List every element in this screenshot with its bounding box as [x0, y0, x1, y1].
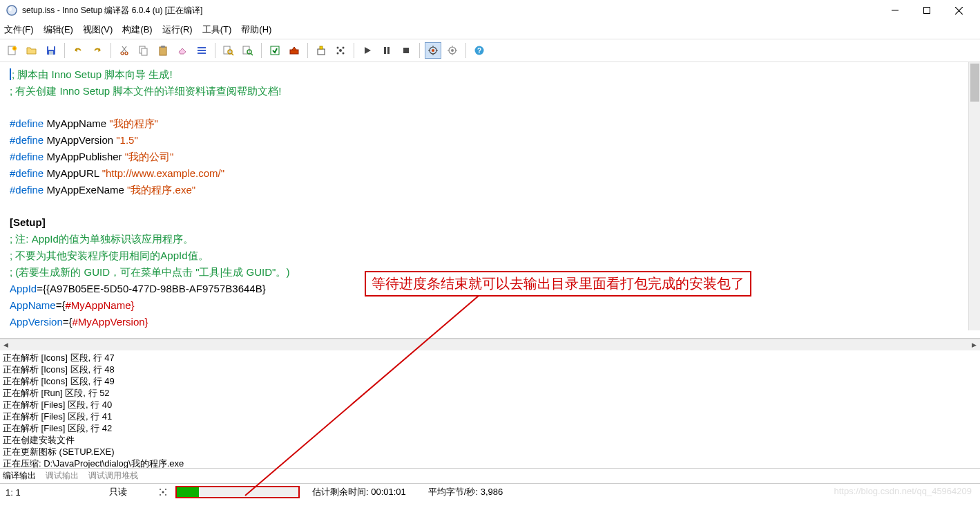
progress-fill: [177, 487, 199, 497]
new-icon[interactable]: [4, 42, 21, 59]
minimize-button[interactable]: [879, 0, 911, 21]
copy-icon[interactable]: [135, 42, 152, 59]
output-line: 正在解析 [Files] 区段, 行 41: [3, 411, 977, 422]
directive: #define: [10, 134, 44, 146]
toolbar-separator: [64, 43, 65, 58]
value: ={{A97B05EE-5D50-477D-98BB-AF9757B3644B}: [37, 283, 266, 294]
toolbar-separator: [419, 43, 420, 58]
identifier: MyAppPublisher: [44, 151, 125, 162]
output-line: 正在压缩: D:\JavaProject\dialog\我的程序.exe: [3, 458, 977, 468]
close-button[interactable]: [943, 0, 974, 21]
pause-icon[interactable]: [378, 42, 395, 59]
find-icon[interactable]: [220, 42, 237, 59]
svg-rect-31: [320, 46, 323, 49]
toolbar-separator: [354, 43, 354, 58]
tab-debug-output[interactable]: 调试输出: [46, 470, 79, 482]
stop-icon[interactable]: [398, 42, 414, 59]
svg-rect-18: [161, 46, 165, 48]
svg-line-24: [231, 53, 233, 55]
avg-bytes-per-sec: 平均字节/秒: 3,986: [428, 486, 503, 498]
svg-rect-38: [387, 47, 390, 54]
window-controls: [879, 0, 974, 21]
time-remaining: 估计剩余时间: 00:01:01: [312, 486, 406, 498]
brace: }: [145, 316, 148, 328]
identifier: MyAppName: [44, 117, 109, 129]
undo-icon[interactable]: [70, 42, 86, 59]
macro: #MyAppVersion: [73, 316, 145, 328]
output-panel[interactable]: 正在解析 [Icons] 区段, 行 47 正在解析 [Icons] 区段, 行…: [0, 350, 980, 468]
svg-point-57: [160, 494, 161, 496]
scrollbar-thumb[interactable]: [970, 64, 979, 102]
svg-point-0: [7, 6, 17, 15]
directive: #define: [10, 184, 44, 196]
svg-point-11: [121, 52, 124, 55]
svg-point-54: [162, 491, 164, 493]
key: AppId: [10, 283, 37, 294]
cursor-position: 1: 1: [6, 487, 47, 498]
string-literal: "我的程序": [109, 117, 158, 129]
identifier: MyAppVersion: [44, 134, 116, 146]
svg-point-34: [343, 47, 345, 49]
output-tabs: 编译输出 调试输出 调试调用堆栈: [0, 468, 980, 483]
svg-rect-9: [48, 46, 54, 50]
string-literal: "我的程序.exe": [127, 184, 195, 196]
output-line: 正在解析 [Files] 区段, 行 40: [3, 399, 977, 411]
menu-edit[interactable]: 编辑(E): [44, 23, 73, 36]
svg-rect-37: [384, 47, 386, 54]
macro: #MyAppName: [65, 299, 131, 311]
horizontal-scrollbar[interactable]: ◀ ▶: [0, 339, 980, 350]
menu-run[interactable]: 运行(R): [162, 23, 193, 36]
open-icon[interactable]: [23, 42, 40, 59]
svg-rect-21: [198, 53, 206, 54]
svg-rect-3: [924, 8, 930, 14]
tab-compile-output[interactable]: 编译输出: [3, 470, 36, 482]
section-header: [Setup]: [10, 216, 46, 228]
scrollbar-track[interactable]: [12, 339, 968, 351]
key: AppName: [10, 299, 56, 311]
titlebar: setup.iss - Inno Setup 编译器 6.0.4 (u) [正在…: [0, 0, 980, 21]
paste-icon[interactable]: [155, 42, 171, 59]
svg-point-55: [160, 489, 161, 490]
svg-point-35: [337, 53, 339, 55]
run-icon[interactable]: [359, 42, 376, 59]
statusbar: 1: 1 只读 估计剩余时间: 00:01:01 平均字节/秒: 3,986 h…: [0, 483, 980, 500]
code-line: ; 有关创建 Inno Setup 脚本文件的详细资料请查阅帮助文档!: [10, 85, 281, 97]
menu-view[interactable]: 视图(V): [83, 23, 113, 36]
output-line: 正在解析 [Icons] 区段, 行 49: [3, 375, 977, 387]
scroll-left-icon[interactable]: ◀: [0, 339, 12, 351]
scroll-right-icon[interactable]: ▶: [968, 339, 980, 351]
menu-tools[interactable]: 工具(T): [202, 23, 232, 36]
erase-icon[interactable]: [174, 42, 191, 59]
select-all-icon[interactable]: [193, 42, 210, 59]
tab-debug-callstack[interactable]: 调试调用堆栈: [88, 470, 138, 482]
equals: ={: [63, 316, 73, 328]
target-debug-icon[interactable]: [425, 42, 441, 59]
compile-icon[interactable]: [267, 42, 283, 59]
toolbar-separator: [465, 43, 466, 58]
vertical-scrollbar[interactable]: [968, 62, 980, 330]
save-icon[interactable]: [43, 42, 59, 59]
brace: }: [131, 299, 135, 311]
svg-rect-19: [198, 47, 206, 48]
help-icon[interactable]: ?: [471, 42, 488, 59]
menu-build[interactable]: 构建(B): [122, 23, 152, 36]
redo-icon[interactable]: [89, 42, 106, 59]
wizard-icon[interactable]: [332, 42, 349, 59]
svg-rect-20: [198, 50, 206, 51]
menu-file[interactable]: 文件(F): [4, 23, 34, 36]
svg-text:?: ?: [477, 47, 481, 55]
maximize-button[interactable]: [911, 0, 943, 21]
stop-compile-icon[interactable]: [286, 42, 302, 59]
svg-point-1: [9, 7, 12, 11]
target-release-icon[interactable]: [444, 42, 461, 59]
string-literal: "http://www.example.com/": [102, 167, 224, 179]
cut-icon[interactable]: [116, 42, 133, 59]
code-line: ; (若要生成新的 GUID，可在菜单中点击 "工具|生成 GUID"。): [10, 266, 289, 278]
build-icon[interactable]: [313, 42, 329, 59]
svg-line-27: [251, 53, 253, 55]
toolbar-separator: [215, 43, 215, 58]
svg-rect-10: [49, 51, 53, 55]
output-line: 正在解析 [Icons] 区段, 行 47: [3, 352, 977, 364]
replace-icon[interactable]: [240, 42, 256, 59]
menu-help[interactable]: 帮助(H): [241, 23, 271, 36]
